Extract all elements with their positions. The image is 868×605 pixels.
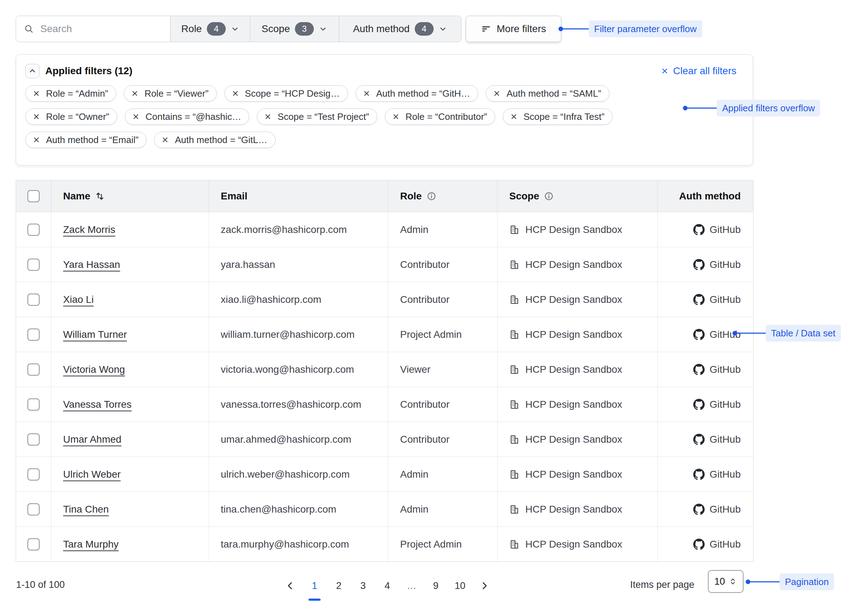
row-checkbox[interactable] — [28, 259, 40, 271]
applied-filter-pill[interactable]: Scope = “Test Project” — [257, 109, 377, 125]
pill-label: Role = “Viewer” — [144, 88, 208, 99]
email-cell: yara.hassan — [209, 247, 388, 282]
page-button[interactable]: 3 — [355, 576, 372, 596]
user-name-link[interactable]: Vanessa Torres — [63, 399, 132, 410]
row-checkbox[interactable] — [28, 293, 40, 306]
next-page-button[interactable] — [476, 576, 493, 596]
applied-filter-pill[interactable]: Auth method = “Email” — [25, 132, 147, 148]
scope-label: HCP Design Sandbox — [525, 364, 622, 375]
row-checkbox[interactable] — [28, 363, 40, 375]
chevron-left-icon — [285, 581, 295, 591]
org-icon — [509, 399, 520, 410]
auth-method-label: GitHub — [710, 539, 741, 550]
user-name-link[interactable]: Ulrich Weber — [63, 469, 121, 480]
user-name-link[interactable]: Yara Hassan — [63, 259, 120, 270]
table-row: Tina Chen tina.chen@hashicorp.com Admin … — [16, 492, 753, 526]
pill-label: Auth method = “SAML” — [506, 88, 601, 99]
page-number: 1 — [312, 580, 317, 591]
dismiss-icon[interactable] — [362, 89, 371, 98]
filter-dropdown-label: Role — [181, 23, 202, 35]
row-checkbox[interactable] — [28, 468, 40, 481]
filter-dropdown-role[interactable]: Role 4 — [170, 16, 250, 42]
applied-filter-pill[interactable]: Auth method = “GitH… — [355, 85, 479, 102]
annotation-label: Pagination — [780, 574, 834, 590]
more-filters-button[interactable]: More filters — [466, 16, 561, 42]
applied-filter-pill[interactable]: Scope = “HCP Desig… — [224, 85, 348, 102]
github-icon — [693, 294, 705, 306]
applied-filter-pill[interactable]: Scope = “Infra Test” — [503, 109, 613, 125]
applied-filter-pill[interactable]: Role = “Admin” — [25, 85, 116, 102]
select-all-checkbox[interactable] — [28, 190, 40, 202]
email-cell: xiao.li@hashicorp.com — [209, 282, 388, 317]
dismiss-icon[interactable] — [392, 112, 400, 121]
table-row: William Turner william.turner@hashicorp.… — [16, 317, 753, 352]
column-header-name[interactable]: Name — [63, 191, 105, 202]
dismiss-icon[interactable] — [130, 89, 139, 98]
row-checkbox[interactable] — [28, 329, 40, 341]
table-header-row: Name Email Role — [16, 180, 753, 212]
page-ellipsis: … — [403, 576, 420, 596]
user-name-link[interactable]: Umar Ahmed — [63, 434, 121, 445]
dismiss-icon[interactable] — [32, 89, 41, 98]
applied-filter-pill[interactable]: Role = “Owner” — [25, 109, 117, 125]
column-header-scope: Scope — [509, 191, 554, 202]
user-name-link[interactable]: Victoria Wong — [63, 364, 125, 375]
clear-all-filters-link[interactable]: Clear all filters — [660, 65, 736, 77]
items-per-page-value: 10 — [714, 576, 725, 587]
dismiss-icon[interactable] — [231, 89, 240, 98]
previous-page-button[interactable] — [282, 576, 299, 596]
current-page-indicator — [308, 599, 321, 601]
dismiss-icon[interactable] — [132, 112, 140, 121]
page-button[interactable]: 9 — [427, 576, 444, 596]
filter-dropdown-scope[interactable]: Scope 3 — [250, 16, 339, 42]
filter-dropdown-label: Auth method — [353, 23, 410, 35]
user-name-link[interactable]: William Turner — [63, 329, 127, 340]
filter-count-badge: 3 — [295, 22, 314, 36]
page-button[interactable]: 2 — [330, 576, 347, 596]
chevron-right-icon — [479, 581, 489, 591]
dismiss-icon[interactable] — [510, 112, 518, 121]
pill-label: Role = “Contributor” — [406, 111, 487, 123]
user-name-link[interactable]: Tara Murphy — [63, 539, 119, 550]
info-icon[interactable] — [426, 191, 437, 201]
applied-filter-pill[interactable]: Auth method = “SAML” — [486, 85, 609, 102]
filter-dropdown-auth-method[interactable]: Auth method 4 — [339, 16, 461, 42]
email-cell: victoria.wong@hashicorp.com — [209, 352, 388, 387]
page-button[interactable]: 1 — [306, 576, 323, 596]
search-field[interactable] — [16, 16, 170, 42]
row-checkbox[interactable] — [28, 224, 40, 236]
applied-filter-pill[interactable]: Auth method = “GitL… — [154, 132, 275, 148]
email-cell: tina.chen@hashicorp.com — [209, 492, 388, 526]
info-icon[interactable] — [544, 191, 554, 201]
scope-label: HCP Design Sandbox — [525, 329, 622, 340]
email-cell: zack.morris@hashicorp.com — [209, 212, 388, 247]
applied-filter-pill[interactable]: Role = “Contributor” — [385, 109, 495, 125]
user-name-link[interactable]: Zack Morris — [63, 224, 115, 236]
row-checkbox[interactable] — [28, 399, 40, 411]
applied-filter-pill[interactable]: Contains = “@hashic… — [125, 109, 249, 125]
column-label: Role — [400, 191, 422, 202]
chevron-up-icon — [28, 67, 37, 75]
row-checkbox[interactable] — [28, 503, 40, 515]
dismiss-icon[interactable] — [493, 89, 501, 98]
items-per-page-select[interactable]: 10 — [708, 570, 744, 593]
row-checkbox[interactable] — [28, 538, 40, 551]
dismiss-icon[interactable] — [264, 112, 272, 121]
auth-method-label: GitHub — [710, 259, 741, 270]
collapse-applied-filters-button[interactable] — [25, 64, 40, 78]
annotation-line — [563, 28, 589, 29]
row-checkbox[interactable] — [28, 433, 40, 445]
search-input[interactable] — [40, 23, 159, 35]
annotation-table-data-set: Table / Data set — [733, 325, 841, 342]
dismiss-icon[interactable] — [32, 112, 41, 121]
table-row: Tara Murphy tara.murphy@hashicorp.com Pr… — [16, 526, 753, 562]
org-icon — [509, 294, 520, 305]
dismiss-icon[interactable] — [161, 135, 169, 144]
dismiss-icon[interactable] — [32, 135, 41, 144]
annotation-dot — [733, 331, 737, 336]
page-button[interactable]: 10 — [451, 576, 469, 596]
page-button[interactable]: 4 — [379, 576, 396, 596]
user-name-link[interactable]: Tina Chen — [63, 504, 109, 515]
applied-filter-pill[interactable]: Role = “Viewer” — [124, 85, 217, 102]
user-name-link[interactable]: Xiao Li — [63, 294, 94, 306]
